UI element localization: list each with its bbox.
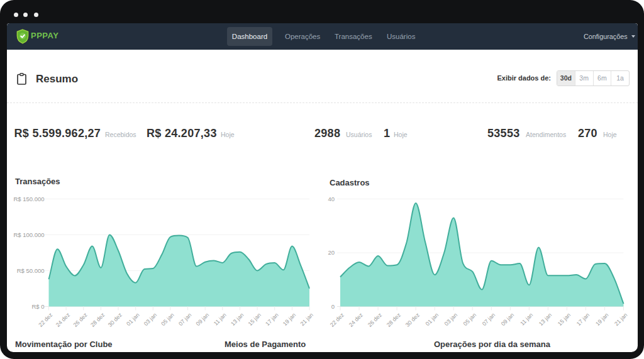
svg-text:15 jan: 15 jan [557,312,572,327]
svg-text:19 jan: 19 jan [594,312,609,327]
svg-text:21 jan: 21 jan [299,312,314,327]
svg-text:24 dez: 24 dez [348,311,365,328]
svg-text:26 dez: 26 dez [72,311,89,328]
svg-text:03 jan: 03 jan [143,312,158,327]
svg-text:R$ 0: R$ 0 [31,303,44,310]
svg-text:R$ 100.000: R$ 100.000 [13,231,44,238]
svg-text:01 jan: 01 jan [125,312,140,327]
svg-text:07 jan: 07 jan [481,312,496,327]
svg-text:09 jan: 09 jan [500,312,515,327]
svg-text:13 jan: 13 jan [538,312,553,327]
svg-text:R$ 50.000: R$ 50.000 [17,267,45,274]
svg-text:15 jan: 15 jan [247,312,262,327]
svg-text:05 jan: 05 jan [462,312,477,327]
svg-text:22 dez: 22 dez [37,311,54,328]
svg-text:20: 20 [328,249,335,256]
svg-text:R$ 150.000: R$ 150.000 [13,196,44,202]
svg-text:28 dez: 28 dez [89,311,106,328]
svg-text:40: 40 [328,196,335,202]
svg-text:30 dez: 30 dez [404,311,421,328]
svg-text:01 jan: 01 jan [425,312,440,327]
svg-text:24 dez: 24 dez [55,311,72,328]
svg-text:11 jan: 11 jan [519,312,534,327]
svg-text:05 jan: 05 jan [160,312,175,327]
svg-text:13 jan: 13 jan [230,312,245,327]
svg-text:26 dez: 26 dez [367,311,384,328]
svg-text:21 jan: 21 jan [613,312,628,327]
svg-text:03 jan: 03 jan [443,312,458,327]
svg-text:28 dez: 28 dez [386,311,402,328]
svg-text:22 dez: 22 dez [329,311,346,328]
svg-text:0: 0 [331,303,335,310]
svg-text:19 jan: 19 jan [282,312,297,327]
svg-text:17 jan: 17 jan [575,312,591,327]
svg-text:17 jan: 17 jan [264,312,279,327]
svg-text:11 jan: 11 jan [213,312,228,327]
svg-text:09 jan: 09 jan [195,312,210,327]
svg-text:07 jan: 07 jan [177,312,192,327]
svg-text:30 dez: 30 dez [107,311,124,328]
